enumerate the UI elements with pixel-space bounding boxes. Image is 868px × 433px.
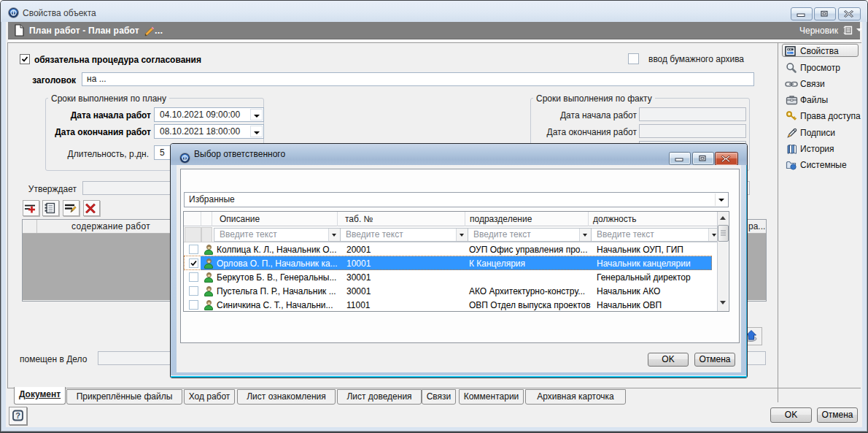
svg-text:?: ? xyxy=(15,411,20,420)
